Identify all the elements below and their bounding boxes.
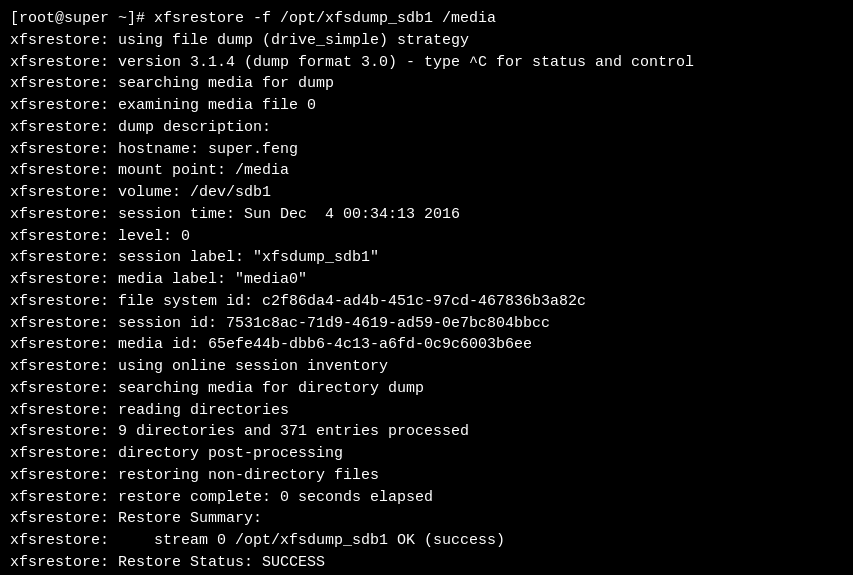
- output-line: xfsrestore: level: 0: [10, 226, 843, 248]
- output-line: xfsrestore: searching media for dump: [10, 73, 843, 95]
- output-line: xfsrestore: restore complete: 0 seconds …: [10, 487, 843, 509]
- output-line: xfsrestore: examining media file 0: [10, 95, 843, 117]
- output-line: xfsrestore: restoring non-directory file…: [10, 465, 843, 487]
- output-line: xfsrestore: using file dump (drive_simpl…: [10, 30, 843, 52]
- terminal-window: [root@super ~]# xfsrestore -f /opt/xfsdu…: [0, 0, 853, 575]
- output-line: xfsrestore: using online session invento…: [10, 356, 843, 378]
- output-line: xfsrestore: 9 directories and 371 entrie…: [10, 421, 843, 443]
- output-line: xfsrestore: mount point: /media: [10, 160, 843, 182]
- output-line: xfsrestore: volume: /dev/sdb1: [10, 182, 843, 204]
- output-line: xfsrestore: Restore Summary:: [10, 508, 843, 530]
- output-line: xfsrestore: session id: 7531c8ac-71d9-46…: [10, 313, 843, 335]
- output-line: xfsrestore: reading directories: [10, 400, 843, 422]
- output-line: xfsrestore: Restore Status: SUCCESS: [10, 552, 843, 574]
- output-line: xfsrestore: version 3.1.4 (dump format 3…: [10, 52, 843, 74]
- output-line: xfsrestore: media label: "media0": [10, 269, 843, 291]
- output-line: xfsrestore: media id: 65efe44b-dbb6-4c13…: [10, 334, 843, 356]
- output-line: xfsrestore: session label: "xfsdump_sdb1…: [10, 247, 843, 269]
- output-line: xfsrestore: stream 0 /opt/xfsdump_sdb1 O…: [10, 530, 843, 552]
- output-line: xfsrestore: searching media for director…: [10, 378, 843, 400]
- output-line: xfsrestore: session time: Sun Dec 4 00:3…: [10, 204, 843, 226]
- prompt-line: [root@super ~]# xfsrestore -f /opt/xfsdu…: [10, 8, 843, 30]
- output-line: xfsrestore: hostname: super.feng: [10, 139, 843, 161]
- output-line: xfsrestore: directory post-processing: [10, 443, 843, 465]
- output-line: xfsrestore: file system id: c2f86da4-ad4…: [10, 291, 843, 313]
- output-line: xfsrestore: dump description:: [10, 117, 843, 139]
